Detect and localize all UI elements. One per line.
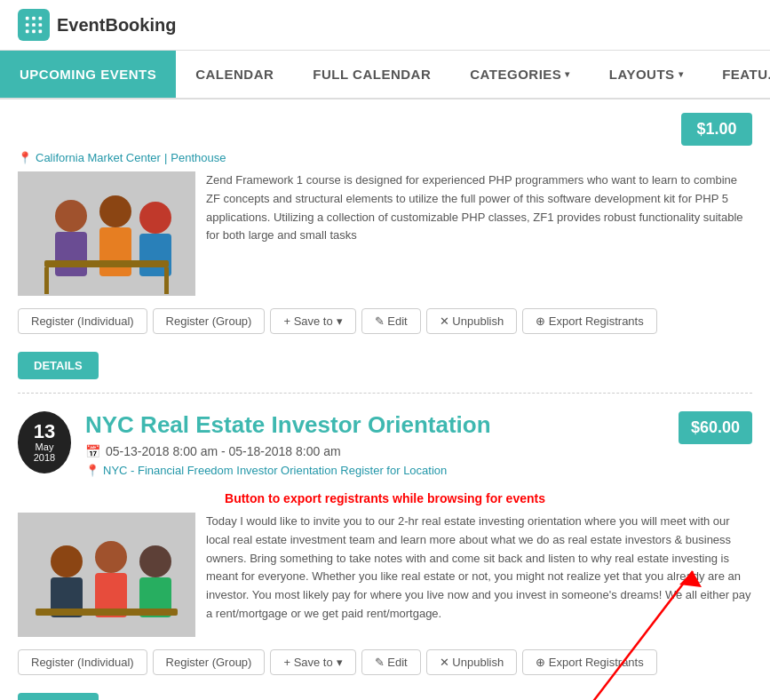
details-btn-2[interactable]: DETAILS [18, 693, 99, 700]
location-row-1: 📍 California Market Center | Penthouse [18, 151, 752, 164]
price-row-1: $1.00 [18, 113, 752, 146]
export-registrants-btn-1[interactable]: ⊕ Export Registrants [522, 308, 657, 334]
calendar-icon-2: 📅 [85, 444, 100, 458]
event-image-2 [18, 513, 195, 637]
header: EventBooking [0, 0, 770, 51]
event-card-2: 13 May 2018 NYC Real Estate Investor Ori… [18, 394, 752, 700]
nav-features[interactable]: FEATU... [703, 51, 770, 98]
price-badge-2: $60.00 [679, 411, 752, 444]
price-badge-1: $1.00 [681, 113, 752, 146]
unpublish-btn-1[interactable]: ✕ Unpublish [426, 308, 517, 334]
register-individual-btn-2[interactable]: Register (Individual) [18, 649, 147, 675]
save-to-chevron-1: ▾ [337, 314, 343, 328]
svg-point-22 [95, 541, 127, 573]
svg-point-14 [139, 202, 171, 234]
register-individual-btn-1[interactable]: Register (Individual) [18, 308, 147, 334]
event-image-1 [18, 171, 195, 296]
svg-rect-16 [44, 260, 169, 267]
pin-icon-1: 📍 [18, 151, 32, 164]
brand-name: EventBooking [57, 15, 176, 36]
svg-rect-7 [32, 30, 36, 34]
svg-point-10 [55, 200, 87, 232]
register-group-btn-2[interactable]: Register (Group) [153, 649, 266, 675]
svg-rect-13 [99, 227, 131, 276]
annotation-text: Button to export registrants while brows… [18, 491, 752, 505]
save-to-btn-1[interactable]: + Save to ▾ [270, 308, 355, 334]
register-group-btn-1[interactable]: Register (Group) [153, 308, 266, 334]
nav-layouts[interactable]: LAYOUTS ▾ [590, 51, 703, 98]
event-desc-1: Zend Framework 1 course is designed for … [206, 171, 752, 245]
edit-btn-2[interactable]: ✎ Edit [361, 649, 421, 675]
nav-calendar[interactable]: CALENDAR [176, 51, 293, 98]
logo-icon [18, 9, 50, 41]
svg-point-20 [51, 545, 83, 577]
action-bar-1: Register (Individual) Register (Group) +… [18, 308, 752, 334]
svg-rect-18 [164, 267, 169, 294]
svg-point-12 [99, 195, 131, 227]
svg-rect-8 [39, 30, 43, 34]
save-to-btn-2[interactable]: + Save to ▾ [270, 649, 355, 675]
location-row-2: 📍 NYC - Financial Freedom Investor Orien… [85, 464, 752, 477]
svg-rect-6 [26, 30, 29, 34]
nav-categories[interactable]: CATEGORIES ▾ [450, 51, 590, 98]
svg-rect-3 [26, 23, 29, 27]
date-day-2: 13 [34, 422, 55, 441]
event2-header: 13 May 2018 NYC Real Estate Investor Ori… [18, 411, 752, 484]
date-badge-2: 13 May 2018 [18, 411, 71, 473]
nav-full-calendar[interactable]: FULL CALENDAR [293, 51, 450, 98]
details-row-2: DETAILS [18, 684, 752, 700]
event2-title-row: NYC Real Estate Investor Orientation $60… [85, 411, 752, 444]
svg-rect-11 [55, 232, 87, 276]
unpublish-btn-2[interactable]: ✕ Unpublish [426, 649, 517, 675]
event-card-1: $1.00 📍 California Market Center | Penth… [18, 99, 752, 394]
edit-btn-1[interactable]: ✎ Edit [361, 308, 421, 334]
location-link-penthouse[interactable]: Penthouse [171, 151, 226, 164]
svg-rect-4 [32, 23, 36, 27]
svg-rect-2 [39, 17, 43, 20]
nav-upcoming-events[interactable]: UPCOMING EVENTS [0, 51, 176, 98]
main-nav: UPCOMING EVENTS CALENDAR FULL CALENDAR C… [0, 51, 770, 99]
svg-point-24 [139, 545, 171, 577]
location-link-2[interactable]: NYC - Financial Freedom Investor Orienta… [103, 464, 447, 477]
event-body-1: Zend Framework 1 course is designed for … [18, 171, 752, 296]
categories-chevron: ▾ [565, 69, 570, 79]
action-bar-2: Register (Individual) Register (Group) +… [18, 649, 752, 675]
svg-rect-1 [32, 17, 36, 20]
details-btn-1[interactable]: DETAILS [18, 352, 99, 379]
location-link-market[interactable]: California Market Center [36, 151, 161, 164]
svg-rect-0 [26, 17, 29, 20]
export-registrants-btn-2[interactable]: ⊕ Export Registrants [522, 649, 657, 675]
save-to-chevron-2: ▾ [337, 656, 343, 669]
event-body-2: Today I would like to invite you to our … [18, 513, 752, 637]
svg-rect-17 [44, 267, 49, 294]
svg-rect-5 [39, 23, 43, 27]
event-desc-2: Today I would like to invite you to our … [206, 513, 752, 624]
layouts-chevron: ▾ [679, 69, 684, 79]
event-title-2: NYC Real Estate Investor Orientation [85, 411, 491, 439]
svg-rect-26 [36, 609, 178, 616]
pin-icon-2: 📍 [85, 464, 99, 477]
event-date-text-2: 📅 05-13-2018 8:00 am - 05-18-2018 8:00 a… [85, 444, 752, 458]
main-content: $1.00 📍 California Market Center | Penth… [0, 99, 770, 700]
event2-main: NYC Real Estate Investor Orientation $60… [85, 411, 752, 484]
details-row-1: DETAILS [18, 343, 752, 379]
date-month-2: May [36, 441, 54, 452]
date-year-2: 2018 [34, 452, 55, 463]
